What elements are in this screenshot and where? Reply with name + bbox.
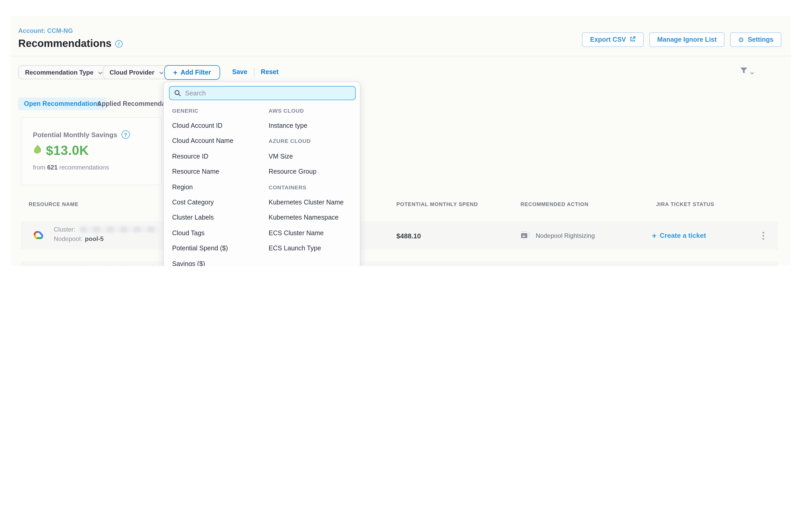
row-menu-button[interactable]	[760, 229, 766, 242]
filter-option-cloud-account-name[interactable]: Cloud Account Name	[172, 134, 261, 149]
filter-option-resource-id[interactable]: Resource ID	[172, 149, 261, 164]
filter-option-ecs-launch-type[interactable]: ECS Launch Type	[269, 241, 360, 256]
col-resource-name: RESOURCE NAME	[29, 201, 78, 207]
manage-ignore-list-button[interactable]: Manage Ignore List	[649, 32, 724, 47]
savings-leaf-icon	[32, 143, 43, 158]
search-input[interactable]	[169, 86, 356, 100]
page-content: Account: CCM-NG Recommendations i Export…	[11, 16, 791, 266]
col-potential-monthly-spend: POTENTIAL MONTHLY SPEND	[396, 201, 478, 207]
col-recommended-action: RECOMMENDED ACTION	[520, 201, 589, 207]
filter-option-cost-category[interactable]: Cost Category	[172, 195, 261, 210]
rightsizing-icon	[520, 230, 531, 241]
resource-cell: Cluster: Nodepool:pool-5	[54, 226, 158, 243]
filter-option-cloud-tags[interactable]: Cloud Tags	[172, 225, 261, 241]
add-filter-button[interactable]: + Add Filter	[164, 65, 220, 80]
create-ticket-button[interactable]: +Create a ticket	[652, 221, 706, 250]
filter-option-cluster-labels[interactable]: Cluster Labels	[172, 210, 261, 225]
chevron-down-icon	[750, 67, 754, 76]
filter-options-provider-column: AWS CLOUD Instance type AZURE CLOUD VM S…	[261, 103, 360, 266]
page-title-text: Recommendations	[18, 38, 112, 50]
plus-icon: +	[652, 232, 657, 240]
gcp-cloud-icon	[31, 229, 45, 242]
add-filter-dropdown-panel: GENERIC Cloud Account ID Cloud Account N…	[163, 81, 360, 266]
recommendations-page: Account: CCM-NG Recommendations i Export…	[0, 0, 798, 266]
table-row: Cluster: Nodepool:pool-5 $488.10 Nodepoo…	[21, 221, 778, 250]
table-row: Cluster: Nodepool:e2standar4autoscale $3…	[21, 261, 778, 266]
gear-icon: ⚙	[738, 36, 744, 43]
export-csv-button[interactable]: Export CSV	[582, 32, 644, 47]
recommended-action-cell: Nodepool Rightsizing	[520, 221, 595, 250]
export-csv-label: Export CSV	[590, 36, 626, 43]
funnel-icon	[740, 67, 748, 77]
savings-card-title-text: Potential Monthly Savings	[33, 131, 117, 138]
spend-cell: $488.10	[396, 232, 421, 240]
filter-option-ecs-cluster-name[interactable]: ECS Cluster Name	[269, 225, 360, 241]
account-breadcrumb[interactable]: Account: CCM-NG	[18, 27, 73, 34]
filter-options-generic-column: GENERIC Cloud Account ID Cloud Account N…	[164, 103, 261, 266]
filter-option-region[interactable]: Region	[172, 179, 261, 195]
recommendation-type-dropdown[interactable]: Recommendation Type	[18, 65, 110, 79]
section-title: AZURE CLOUD	[269, 134, 360, 149]
cloud-provider-dropdown[interactable]: Cloud Provider	[103, 65, 171, 79]
action-label: Nodepool Rightsizing	[536, 232, 595, 239]
info-icon[interactable]: i	[115, 40, 122, 47]
save-filter-button[interactable]: Save	[232, 68, 247, 76]
filter-option-kubernetes-cluster-name[interactable]: Kubernetes Cluster Name	[269, 195, 360, 210]
recommendation-count: 621	[47, 164, 58, 171]
chevron-down-icon	[98, 69, 103, 76]
manage-ignore-list-label: Manage Ignore List	[657, 36, 717, 43]
filter-option-resource-group[interactable]: Resource Group	[269, 164, 360, 179]
filter-option-instance-type[interactable]: Instance type	[269, 118, 360, 134]
filter-option-resource-name[interactable]: Resource Name	[172, 164, 261, 179]
plus-icon: +	[173, 68, 177, 77]
external-link-icon	[629, 36, 636, 43]
filter-funnel-button[interactable]	[740, 67, 754, 77]
filter-option-potential-spend[interactable]: Potential Spend ($)	[172, 241, 261, 256]
cloud-provider-label: Cloud Provider	[110, 69, 154, 76]
savings-amount: $13.0K	[32, 143, 89, 158]
search-icon	[174, 90, 181, 96]
settings-button[interactable]: ⚙ Settings	[730, 32, 781, 47]
recommendation-type-label: Recommendation Type	[25, 69, 93, 76]
potential-savings-card: Potential Monthly Savings ? $13.0K from …	[21, 117, 162, 185]
reset-filter-button[interactable]: Reset	[261, 68, 279, 76]
help-icon[interactable]: ?	[121, 130, 130, 139]
header-divider	[11, 56, 791, 56]
section-title: AWS CLOUD	[269, 103, 360, 118]
filter-options-columns: GENERIC Cloud Account ID Cloud Account N…	[164, 103, 360, 266]
savings-card-title: Potential Monthly Savings ?	[33, 130, 130, 139]
page-title: Recommendations i	[18, 38, 122, 50]
filter-option-kubernetes-namespace[interactable]: Kubernetes Namespace	[269, 210, 360, 225]
redacted-cluster-name	[80, 226, 158, 233]
chevron-down-icon	[159, 69, 164, 76]
savings-subtitle: from 621 recommendations	[33, 164, 109, 171]
filter-option-cloud-account-id[interactable]: Cloud Account ID	[172, 118, 261, 134]
add-filter-label: Add Filter	[180, 69, 211, 76]
create-ticket-button[interactable]: +Create a ticket	[652, 261, 706, 266]
filter-option-vm-size[interactable]: VM Size	[269, 149, 360, 164]
filter-option-savings[interactable]: Savings ($)	[172, 256, 261, 266]
section-title: CONTAINERS	[269, 179, 360, 195]
savings-amount-text: $13.0K	[46, 143, 89, 158]
recommended-action-cell: Nodepool Rightsizing	[520, 261, 595, 266]
settings-label: Settings	[748, 36, 774, 43]
filter-search	[169, 86, 356, 100]
tab-open-recommendations[interactable]: Open Recommendations	[18, 97, 107, 110]
filter-links-divider	[254, 68, 254, 77]
col-jira-ticket-status: JIRA TICKET STATUS	[656, 201, 714, 207]
header-actions: Export CSV Manage Ignore List ⚙ Settings	[582, 32, 781, 47]
section-title: GENERIC	[172, 103, 261, 118]
